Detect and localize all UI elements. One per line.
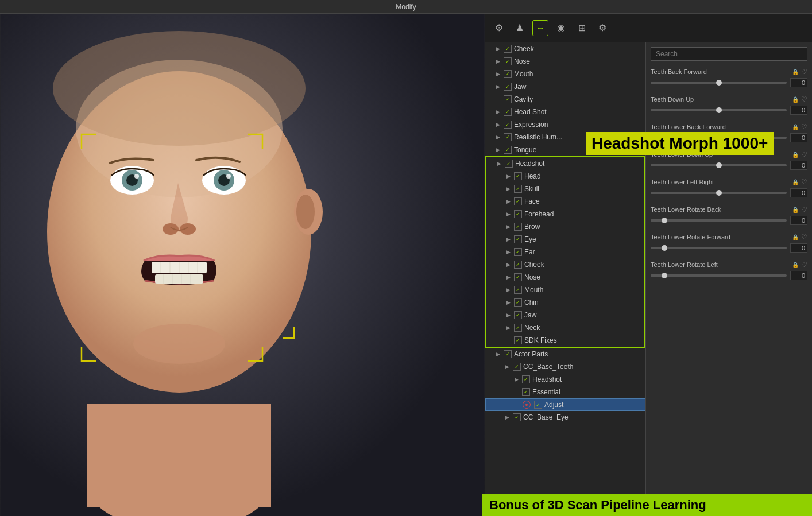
lock-icon[interactable]: 🔒	[792, 96, 799, 103]
tree-panel[interactable]: ▶✓Cheek▶✓Nose▶✓Mouth▶✓Jaw✓Cavity▶✓Head S…	[485, 42, 646, 516]
tree-arrow-icon[interactable]: ▶	[505, 198, 512, 205]
prop-slider[interactable]	[651, 164, 787, 166]
prop-slider-thumb[interactable]	[716, 80, 722, 86]
tree-item[interactable]: ▶✓Ear	[486, 246, 644, 258]
prop-slider-thumb[interactable]	[662, 245, 667, 251]
heart-icon[interactable]: ♡	[801, 150, 807, 158]
tree-checkbox[interactable]: ✓	[504, 121, 512, 129]
tree-arrow-icon[interactable]: ▶	[505, 324, 512, 331]
prop-slider[interactable]	[651, 109, 787, 111]
tree-checkbox[interactable]: ✓	[514, 324, 522, 332]
tree-arrow-icon[interactable]	[494, 96, 501, 103]
tree-arrow-icon[interactable]: ▶	[496, 160, 502, 167]
tree-item[interactable]: ▶✓Cheek	[485, 42, 645, 55]
tree-arrow-icon[interactable]: ▶	[505, 249, 512, 255]
tree-checkbox[interactable]: ✓	[513, 363, 521, 371]
grid-icon[interactable]: ⊞	[574, 20, 590, 36]
tree-checkbox[interactable]: ✓	[504, 70, 512, 78]
tree-checkbox[interactable]: ✓	[534, 401, 542, 409]
tree-item[interactable]: ▶✓Eye	[486, 233, 644, 246]
tree-item[interactable]: ▶✓Skull	[486, 183, 644, 195]
prop-value[interactable]: 0	[790, 161, 807, 170]
heart-icon[interactable]: ♡	[801, 261, 807, 269]
tree-arrow-icon[interactable]: ▶	[505, 286, 512, 293]
lock-icon[interactable]: 🔒	[792, 234, 799, 240]
sliders-icon[interactable]: ⚙	[491, 20, 507, 36]
tree-checkbox[interactable]: ✓	[514, 261, 522, 269]
tree-item[interactable]: ▶✓Chin	[486, 296, 644, 309]
tree-item[interactable]: ▶✓Head	[486, 170, 644, 183]
tree-arrow-icon[interactable]: ▶	[505, 299, 512, 306]
lock-icon[interactable]: 🔒	[792, 207, 799, 213]
prop-slider-thumb[interactable]	[662, 218, 667, 223]
tree-checkbox[interactable]: ✓	[504, 83, 512, 91]
tree-item[interactable]: ▶✓Mouth	[485, 68, 645, 80]
settings-icon[interactable]: ⚙	[594, 20, 610, 36]
tree-item[interactable]: ▶✓CC_Base_Teeth	[485, 360, 645, 373]
tree-checkbox[interactable]: ✓	[514, 235, 522, 243]
prop-slider-thumb[interactable]	[716, 135, 722, 141]
tree-item[interactable]: ▶✓CC_Base_Eye	[485, 411, 645, 424]
tree-item[interactable]: ▶✓Jaw	[486, 309, 644, 321]
tree-checkbox[interactable]: ✓	[514, 311, 522, 319]
prop-value[interactable]: 0	[790, 216, 807, 225]
tree-checkbox[interactable]: ✓	[514, 210, 522, 218]
tree-item[interactable]: ▶✓Jaw	[485, 80, 645, 93]
tree-arrow-icon[interactable]: ▶	[494, 58, 501, 65]
tree-item[interactable]: ▶✓Cheek	[486, 258, 644, 271]
tree-arrow-icon[interactable]: ▶	[505, 185, 512, 192]
tree-item[interactable]: ▶✓Headshot	[486, 157, 644, 170]
tree-arrow-icon[interactable]: ▶	[494, 146, 501, 153]
tree-checkbox[interactable]: ✓	[514, 336, 522, 344]
lock-icon[interactable]: 🔒	[792, 262, 799, 268]
tree-item[interactable]: ▶✓Nose	[486, 271, 644, 284]
prop-value[interactable]: 0	[790, 188, 807, 197]
tree-checkbox[interactable]: ✓	[504, 350, 512, 358]
tree-checkbox[interactable]: ✓	[514, 223, 522, 231]
tree-arrow-icon[interactable]: ▶	[494, 351, 501, 358]
prop-slider[interactable]	[651, 274, 787, 277]
tree-item[interactable]: ▶✓Forehead	[486, 208, 644, 220]
tree-checkbox[interactable]: ✓	[514, 273, 522, 281]
tree-checkbox[interactable]: ✓	[505, 160, 513, 168]
prop-value[interactable]: 0	[790, 106, 807, 115]
tree-arrow-icon[interactable]	[513, 389, 520, 395]
prop-slider-thumb[interactable]	[716, 107, 722, 113]
head-icon[interactable]: ◉	[553, 20, 569, 36]
tree-checkbox[interactable]: ✓	[514, 248, 522, 256]
tree-arrow-icon[interactable]	[505, 337, 512, 344]
tree-item[interactable]: ▶✓Headshot	[485, 373, 645, 386]
tree-checkbox[interactable]: ✓	[514, 298, 522, 307]
figure-icon[interactable]: ♟	[512, 20, 528, 36]
lock-icon[interactable]: 🔒	[792, 152, 799, 158]
prop-value[interactable]: 0	[790, 133, 807, 142]
tree-arrow-icon[interactable]: ▶	[504, 414, 511, 421]
tree-checkbox[interactable]: ✓	[504, 133, 512, 141]
tree-checkbox[interactable]: ✓	[514, 185, 522, 193]
heart-icon[interactable]: ♡	[801, 205, 807, 214]
lock-icon[interactable]: 🔒	[792, 124, 799, 130]
tree-arrow-icon[interactable]: ▶	[494, 83, 501, 90]
prop-slider-thumb[interactable]	[716, 162, 722, 168]
prop-value[interactable]: 0	[790, 271, 807, 280]
tree-item[interactable]: ▶✓Face	[486, 195, 644, 208]
tree-checkbox[interactable]: ✓	[514, 197, 522, 205]
tree-checkbox[interactable]: ✓	[522, 375, 530, 383]
tree-arrow-icon[interactable]: ▶	[505, 211, 512, 218]
tree-checkbox[interactable]: ✓	[504, 57, 512, 65]
heart-icon[interactable]: ♡	[801, 123, 807, 131]
prop-slider[interactable]	[651, 247, 787, 249]
lock-icon[interactable]: 🔒	[792, 69, 799, 75]
tree-arrow-icon[interactable]: ▶	[494, 71, 501, 77]
tree-item[interactable]: ▶✓Brow	[486, 220, 644, 233]
prop-slider[interactable]	[651, 137, 787, 139]
tree-item[interactable]: ✓Essential	[485, 386, 645, 398]
tree-arrow-icon[interactable]: ▶	[505, 261, 512, 268]
prop-slider-thumb[interactable]	[662, 273, 667, 278]
heart-icon[interactable]: ♡	[801, 178, 807, 186]
tree-arrow-icon[interactable]	[513, 401, 520, 408]
tree-arrow-icon[interactable]: ▶	[505, 223, 512, 230]
tree-item[interactable]: ▶✓Head Shot	[485, 106, 645, 118]
tree-checkbox[interactable]: ✓	[504, 95, 512, 103]
prop-value[interactable]: 0	[790, 243, 807, 253]
